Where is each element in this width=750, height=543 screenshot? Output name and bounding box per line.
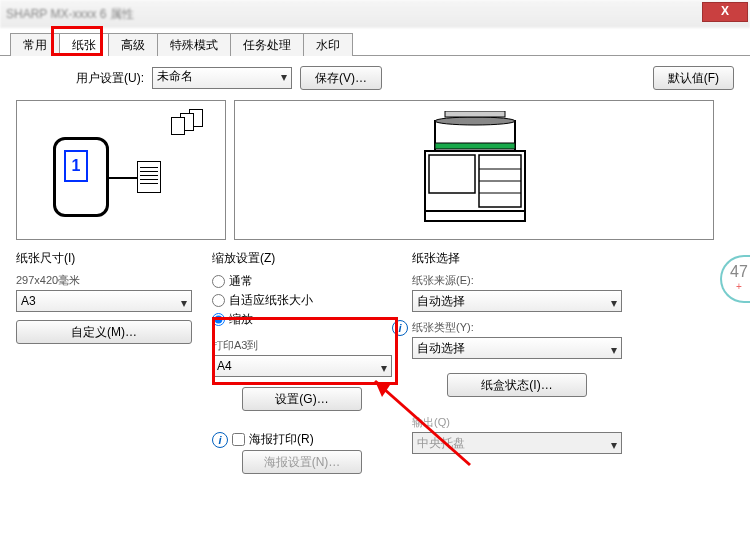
zoom-settings-button[interactable]: 设置(G)… <box>242 387 362 411</box>
title-bar: SHARP MX-xxxx 6 属性 <box>0 0 750 28</box>
paper-size-combo[interactable]: A3 <box>16 290 192 312</box>
paper-type-combo[interactable]: 自动选择 <box>412 337 622 359</box>
printer-icon <box>395 111 555 231</box>
paper-type-label: 纸张类型(Y): <box>412 320 622 335</box>
output-label: 输出(Q) <box>412 415 622 430</box>
info-icon: i <box>392 320 408 336</box>
preview-row: 1 <box>16 100 734 240</box>
svg-rect-8 <box>435 143 515 149</box>
tab-strip: 常用 纸张 高级 特殊模式 任务处理 水印 <box>0 32 750 56</box>
page-preview-panel: 1 <box>16 100 226 240</box>
paper-source-label: 纸张来源(E): <box>412 273 622 288</box>
info-icon: i <box>212 432 228 448</box>
tab-watermark[interactable]: 水印 <box>303 33 353 56</box>
tab-special[interactable]: 特殊模式 <box>157 33 231 56</box>
settings-grid: 纸张尺寸(I) 297x420毫米 A3 自定义(M)… 缩放设置(Z) 通常 … <box>16 250 734 474</box>
svg-rect-1 <box>425 211 525 221</box>
svg-point-9 <box>435 117 515 125</box>
paper-size-dims: 297x420毫米 <box>16 273 192 288</box>
save-user-settings-button[interactable]: 保存(V)… <box>300 66 382 90</box>
user-settings-combo[interactable]: 未命名 <box>152 67 292 89</box>
user-settings-row: 用户设置(U): 未命名 保存(V)… 默认值(F) <box>16 66 734 90</box>
custom-size-button[interactable]: 自定义(M)… <box>16 320 192 344</box>
zoom-zoom-radio[interactable]: 缩放 <box>212 311 392 328</box>
page-number-box: 1 <box>64 150 88 182</box>
user-settings-label: 用户设置(U): <box>76 70 144 87</box>
svg-rect-10 <box>445 111 505 117</box>
paper-size-title: 纸张尺寸(I) <box>16 250 192 267</box>
defaults-button[interactable]: 默认值(F) <box>653 66 734 90</box>
document-icon <box>137 161 161 193</box>
paper-size-group: 纸张尺寸(I) 297x420毫米 A3 自定义(M)… <box>16 250 192 474</box>
tab-jobs[interactable]: 任务处理 <box>230 33 304 56</box>
poster-print-label: 海报打印(R) <box>249 431 314 448</box>
print-to-label: 打印A3到 <box>212 338 392 353</box>
print-to-combo[interactable]: A4 <box>212 355 392 377</box>
svg-rect-2 <box>429 155 475 193</box>
output-combo: 中央托盘 <box>412 432 622 454</box>
content-area: 用户设置(U): 未命名 保存(V)… 默认值(F) 1 <box>0 56 750 484</box>
tab-common[interactable]: 常用 <box>10 33 60 56</box>
zoom-group: 缩放设置(Z) 通常 自适应纸张大小 缩放 打印A3到 A4 设置(G)… i … <box>212 250 392 474</box>
poster-print-row: i 海报打印(R) <box>212 431 392 448</box>
zoom-fit-radio[interactable]: 自适应纸张大小 <box>212 292 392 309</box>
poster-settings-button: 海报设置(N)… <box>242 450 362 474</box>
side-badge-plus: + <box>722 281 750 292</box>
zoom-normal-radio[interactable]: 通常 <box>212 273 392 290</box>
paper-select-title: 纸张选择 <box>412 250 622 267</box>
page-stack-icon <box>171 109 211 139</box>
tab-paper[interactable]: 纸张 <box>59 33 109 56</box>
tab-advanced[interactable]: 高级 <box>108 33 158 56</box>
tray-status-button[interactable]: 纸盒状态(I)… <box>447 373 587 397</box>
arrow-icon <box>109 177 137 179</box>
page-outline-icon: 1 <box>53 137 109 217</box>
paper-source-combo[interactable]: 自动选择 <box>412 290 622 312</box>
close-button[interactable]: X <box>702 2 748 22</box>
side-badge-number: 47 <box>730 263 748 280</box>
poster-print-checkbox[interactable] <box>232 433 245 446</box>
printer-preview-panel <box>234 100 714 240</box>
zoom-title: 缩放设置(Z) <box>212 250 392 267</box>
paper-select-group: 纸张选择 纸张来源(E): 自动选择 i 纸张类型(Y): 自动选择 纸盒状态(… <box>412 250 622 474</box>
window-title: SHARP MX-xxxx 6 属性 <box>6 6 134 23</box>
